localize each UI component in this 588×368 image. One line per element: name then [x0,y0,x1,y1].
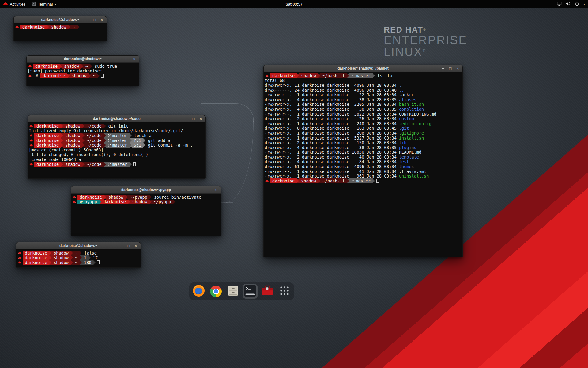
close-button[interactable]: × [100,16,104,23]
terminal-line: darknoiseshadow~ false [17,251,141,255]
terminal-output[interactable]: darknoiseshadow~ falsedarknoiseshadow~1 … [16,250,141,267]
powerline-separator-icon [71,255,73,260]
chevron-down-icon: ▾ [583,2,585,6]
terminal-window-home-1: darknoise@shadow:~ − □ × darknoiseshadow… [13,16,107,41]
terminal-line: darknoiseshadow~130 [17,260,141,265]
terminal-line: darknoiseshadow~/pyapp source bin/activa… [72,195,221,200]
terminal-output[interactable]: darknoiseshadow~/pyapp source bin/activa… [71,194,221,236]
dock-item-files[interactable] [226,284,240,299]
prompt-segment: darknoise [20,25,47,29]
powerline-separator-icon [373,74,375,78]
terminal-text: . [399,83,401,88]
minimize-button[interactable]: − [200,186,204,194]
terminal-output[interactable]: darknoiseshadow~ sudo true[sudo] passwor… [27,63,139,86]
prompt-segment: shadow [130,200,149,205]
close-button[interactable]: × [132,56,136,63]
prompt-segment: darknoise [34,162,61,167]
terminal-text: ^C [91,255,98,260]
terminal-text: source bin/activate [152,195,202,200]
system-status-menu[interactable]: ▾ [557,1,588,7]
window-title: darknoise@shadow:~/pyapp [71,188,221,192]
powerline-separator-icon [61,162,63,167]
powerline-separator-icon [347,74,349,78]
toolbox-icon [261,284,274,298]
git-branch-icon [108,163,111,166]
terminal-line: darknoiseshadow~/codemaster touch a [29,133,205,138]
window-titlebar[interactable]: darknoise@shadow:~ − □ × [16,242,141,249]
clock[interactable]: Sat 03:57 [286,2,303,6]
window-titlebar[interactable]: darknoise@shadow:~/pyapp − □ × [71,186,221,194]
dock-item-firefox[interactable] [191,284,206,299]
prompt-segment: darknoise [33,64,60,69]
terminal-text: .. [399,88,404,93]
terminal-line: [sudo] password for darknoise: [28,69,139,74]
maximize-button[interactable]: □ [207,186,211,194]
minimize-button[interactable]: − [184,115,188,122]
window-titlebar[interactable]: darknoise@shadow:~/code − □ × [28,115,205,122]
maximize-button[interactable]: □ [191,115,195,122]
maximize-button[interactable]: □ [125,56,129,63]
powerline-separator-icon [143,138,145,143]
terminal-text: [sudo] password for darknoise: [28,68,102,73]
terminal-line: -rw-rw-r--. 1 darknoise darknoise 41 Jan… [265,169,462,174]
app-menu-terminal[interactable]: Terminal ▾ [28,0,59,8]
prompt-segment: ~ [70,25,77,29]
git-branch-icon [351,179,354,182]
prompt-segment: shadow [49,25,68,29]
terminal-output[interactable]: darknoiseshadow~/code git initInitialize… [28,123,205,178]
powerline-separator-icon [82,162,85,167]
prompt-segment: 1 [82,255,89,260]
powerline-separator-icon [149,200,152,204]
minimize-button[interactable]: − [441,65,445,72]
dock-item-toolbox[interactable] [260,284,275,299]
dock-item-chrome[interactable] [209,284,223,299]
terminal-text: completion [399,107,424,112]
dock-item-terminal[interactable] [243,284,258,299]
terminal-text: drwx------. 24 darknoise darknoise 4096 … [265,88,399,93]
close-button[interactable]: × [214,186,218,194]
minimize-button[interactable]: − [85,16,89,23]
terminal-text: drwxrwxr-x. 61 darknoise darknoise 4096 … [265,164,399,169]
prompt-segment: darknoise [34,133,61,138]
powerline-separator-icon [80,260,82,265]
prompt-segment: shadow [51,255,71,260]
terminal-text: install.sh [399,136,424,140]
dock [189,282,294,300]
maximize-button[interactable]: □ [92,16,96,23]
terminal-text: ls -la [375,73,392,78]
terminal-output[interactable]: darknoiseshadow~ [14,24,107,41]
powerline-separator-icon [173,200,175,204]
redhat-icon [73,196,76,198]
terminal-line: drwxrwxr-x. 2 darknoise darknoise 150 Ja… [265,140,462,145]
minimize-button[interactable]: − [119,242,123,249]
prompt-segment: master [349,73,373,78]
powerline-separator-icon [297,179,299,183]
window-titlebar[interactable]: darknoise@shadow:~/bash-it − □ × [264,65,462,72]
maximize-button[interactable]: □ [448,65,452,72]
window-titlebar[interactable]: darknoise@shadow:~ − □ × [27,56,139,63]
minimize-button[interactable]: − [118,56,122,63]
redhat-icon [29,163,33,166]
redhat-icon [265,74,269,77]
close-button[interactable]: × [134,242,138,249]
terminal-text: false [82,251,97,255]
terminal-text: uninstall.sh [399,174,429,178]
rhel-logo-linux: LINUX [384,45,423,58]
terminal-output[interactable]: darknoiseshadow~/bash-itmaster ls -latot… [264,72,462,257]
maximize-button[interactable]: □ [126,242,130,249]
powerline-separator-icon [82,124,85,128]
terminal-line: darknoiseshadow~/codemasterS:1 git commi… [29,143,205,148]
terminal-cursor [81,25,83,29]
prompt-segment: shadow [51,260,71,265]
terminal-line: darknoiseshadow~/bash-itmaster ls -la [265,73,462,78]
close-button[interactable]: × [199,115,203,122]
dock-item-show-applications[interactable] [277,284,292,299]
terminal-text: -rw-rw-r--. 1 darknoise darknoise 3622 J… [265,112,436,117]
close-button[interactable]: × [456,65,460,72]
terminal-line: darknoiseshadow~1 ^C [17,255,141,260]
powerline-separator-icon [104,138,106,143]
window-titlebar[interactable]: darknoise@shadow:~ − □ × [14,16,107,23]
activities-button[interactable]: Activities [0,0,28,8]
prompt-segment: ~ [91,73,97,78]
redhat-icon [29,139,33,142]
